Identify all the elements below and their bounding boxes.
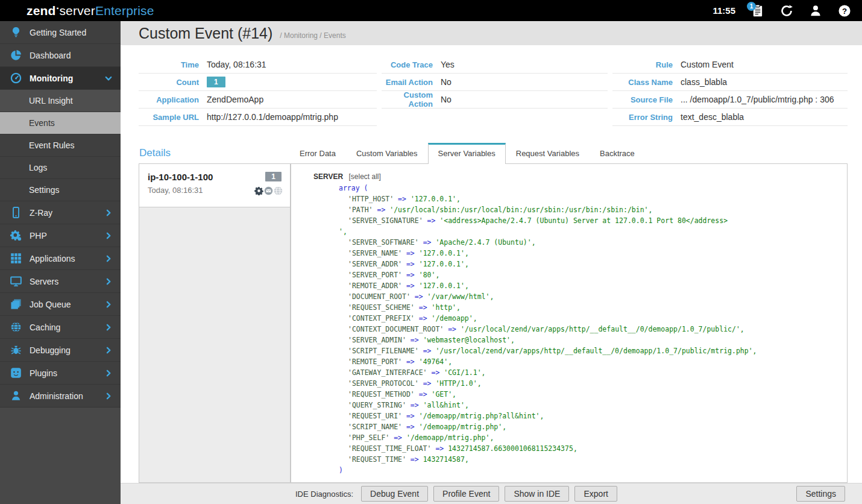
chevron-right-icon — [105, 392, 112, 400]
debug-event-button[interactable]: Debug Event — [361, 486, 428, 502]
code-line: 'REQUEST_METHOD' => 'GET', — [291, 389, 847, 400]
code-line: ) — [291, 465, 847, 476]
details-title: Details — [139, 147, 171, 159]
code-line: 'PHP_SELF' => '/demoapp/mtrig.php', — [291, 432, 847, 443]
code-header: SERVER [select all] — [313, 172, 847, 181]
tab-backtrace[interactable]: Backtrace — [590, 143, 645, 164]
code-line: 'SCRIPT_FILENAME' => '/usr/local/zend/va… — [291, 345, 847, 356]
sidebar-item-url-insight[interactable]: URL Insight — [0, 90, 121, 112]
select-all-link[interactable]: [select all] — [348, 172, 380, 181]
sidebar-item-z-ray[interactable]: Z-Ray — [0, 201, 121, 224]
code-line: 'SERVER_SOFTWARE' => 'Apache/2.4.7 (Ubun… — [291, 237, 847, 248]
phone-icon — [10, 207, 22, 218]
sidebar-item-label: Settings — [29, 185, 112, 195]
sidebar-item-getting-started[interactable]: Getting Started — [0, 21, 121, 44]
help-icon[interactable]: ? — [838, 4, 851, 17]
code-line: 'SCRIPT_NAME' => '/demoapp/mtrig.php', — [291, 421, 847, 432]
field-value: No — [441, 95, 451, 104]
field-value: class_blabla — [681, 77, 727, 87]
sidebar-item-label: Monitoring — [30, 74, 105, 83]
tab-custom-variables[interactable]: Custom Variables — [346, 143, 428, 164]
code-line: 'HTTP_HOST' => '127.0.0.1', — [291, 194, 847, 204]
code-line: ', — [291, 226, 847, 237]
chevron-right-icon — [105, 301, 112, 308]
summary-column: Code TraceYesEmail ActionNoCustom Action… — [382, 56, 608, 126]
sidebar-item-events[interactable]: Events — [0, 112, 121, 134]
page-header: Custom Event (#14) / Monitoring / Events — [121, 21, 862, 45]
tab-server-variables[interactable]: Server Variables — [428, 143, 506, 164]
export-button[interactable]: Export — [574, 486, 617, 502]
code-line: 'SERVER_NAME' => '127.0.0.1', — [291, 248, 847, 259]
sidebar-item-event-rules[interactable]: Event Rules — [0, 134, 121, 157]
ide-diagnostics-label: IDE Diagnostics: — [295, 490, 353, 499]
monitor-icon — [10, 276, 22, 287]
sidebar-item-caching[interactable]: Caching — [0, 316, 121, 339]
sidebar-item-plugins[interactable]: Plugins — [0, 362, 121, 385]
sidebar-footer — [0, 408, 121, 504]
sidebar-item-servers[interactable]: Servers — [0, 270, 121, 293]
field-label: Code Trace — [382, 60, 433, 69]
topbar-actions: 11:55 1 ? — [713, 0, 851, 21]
field-label: Error String — [612, 113, 673, 122]
user-icon[interactable] — [809, 4, 822, 17]
tab-bar: Details Error DataCustom VariablesServer… — [139, 143, 848, 164]
event-item-actions — [254, 186, 283, 195]
field-label: Custom Action — [382, 90, 433, 109]
tab-error-data[interactable]: Error Data — [289, 143, 346, 164]
sidebar-item-job-queue[interactable]: Job Queue — [0, 293, 121, 316]
pie-icon — [10, 49, 22, 61]
field-value: No — [441, 77, 451, 87]
field-label: Count — [139, 78, 199, 87]
sidebar-item-label: Administration — [30, 391, 105, 401]
field-value: Today, 08:16:31 — [207, 60, 266, 69]
brand-zend: zend — [27, 4, 56, 17]
sidebar-item-label: Debugging — [30, 345, 105, 355]
field-label: Source File — [612, 95, 673, 104]
field-label: Rule — [612, 60, 673, 69]
sidebar-item-monitoring[interactable]: Monitoring — [0, 67, 121, 90]
summary-row-custom-action: Custom ActionNo — [382, 91, 608, 109]
brand-server: server — [59, 4, 95, 17]
sidebar-item-php[interactable]: PHP — [0, 224, 121, 247]
event-count-badge: 1 — [265, 172, 282, 181]
chevron-right-icon — [105, 209, 112, 216]
sidebar-item-debugging[interactable]: Debugging — [0, 339, 121, 362]
show-in-ide-button[interactable]: Show in IDE — [505, 486, 569, 502]
gear-icon[interactable] — [254, 186, 263, 195]
settings-button[interactable]: Settings — [796, 486, 845, 502]
sidebar-item-administration[interactable]: Administration — [0, 385, 121, 408]
chevron-right-icon — [105, 255, 112, 262]
tab-request-variables[interactable]: Request Variables — [506, 143, 590, 164]
field-label: Time — [139, 60, 199, 69]
profile-event-button[interactable]: Profile Event — [433, 486, 499, 502]
tabs: Error DataCustom VariablesServer Variabl… — [289, 143, 645, 164]
summary-row-sample-url: Sample URLhttp://127.0.0.1/demoapp/mtrig… — [139, 109, 377, 126]
page-title: Custom Event (#14) — [139, 25, 272, 42]
bug-icon — [10, 344, 22, 356]
code-body: array ('HTTP_HOST' => '127.0.0.1','PATH'… — [291, 183, 847, 476]
sidebar-item-applications[interactable]: Applications — [0, 247, 121, 270]
sidebar-item-settings[interactable]: Settings — [0, 179, 121, 201]
sidebar-items: Getting StartedDashboardMonitoringURL In… — [0, 21, 121, 408]
sidebar-item-label: Applications — [30, 254, 105, 263]
sidebar-item-label: Event Rules — [29, 140, 112, 150]
brand-logo: zend▪serverEnterprise — [27, 4, 154, 18]
summary-row-code-trace: Code TraceYes — [382, 56, 608, 74]
event-server-item[interactable]: ip-10-100-1-100 Today, 08:16:31 1 — [139, 164, 290, 207]
count-badge: 1 — [207, 77, 225, 87]
globe-icon[interactable] — [274, 186, 283, 195]
sidebar-item-label: Z-Ray — [30, 208, 105, 218]
code-line: 'REQUEST_SCHEME' => 'http', — [291, 302, 847, 313]
field-value: text_desc_blabla — [681, 112, 744, 122]
svg-text:?: ? — [842, 6, 847, 15]
notifications-clipboard-icon[interactable]: 1 — [751, 4, 764, 17]
sidebar: Getting StartedDashboardMonitoringURL In… — [0, 21, 121, 504]
sidebar-item-logs[interactable]: Logs — [0, 157, 121, 179]
mail-icon[interactable] — [264, 186, 273, 195]
refresh-icon[interactable] — [780, 4, 793, 17]
gauge-icon — [10, 72, 22, 84]
code-line: 'PATH' => '/usr/local/sbin:/usr/local/bi… — [291, 204, 847, 215]
code-line: array ( — [291, 183, 847, 194]
summary-row-count: Count1 — [139, 74, 377, 91]
sidebar-item-dashboard[interactable]: Dashboard — [0, 44, 121, 67]
